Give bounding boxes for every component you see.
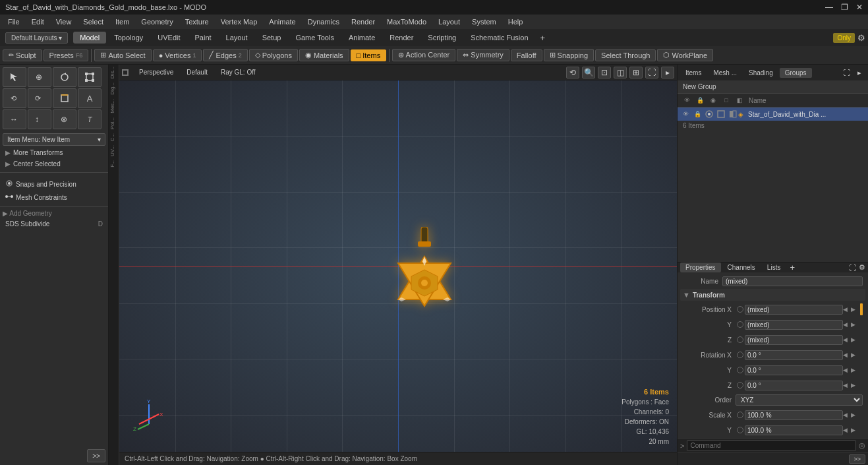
rot-z-radio[interactable] <box>737 382 743 388</box>
item-lock-btn[interactable]: 🔒 <box>692 109 703 119</box>
item-menu-btn[interactable]: Item Menu: New Item ▾ <box>3 133 105 146</box>
pos-z-radio[interactable] <box>737 336 743 343</box>
tab-render[interactable]: Render <box>383 32 420 44</box>
tool-rotate[interactable] <box>53 67 76 87</box>
rot-y-left-arrow[interactable]: ◀ <box>843 367 851 373</box>
scale-x-radio[interactable] <box>737 412 743 418</box>
scale-x-right-arrow[interactable]: ▶ <box>851 412 859 418</box>
vp-expand-btn[interactable]: ⛶ <box>645 67 658 78</box>
auto-select-btn[interactable]: ⊞ Auto Select <box>94 49 151 61</box>
items-tab-groups[interactable]: Groups <box>780 68 812 78</box>
menu-maxtomodo[interactable]: MaxToModo <box>382 16 432 27</box>
vp-fit-btn[interactable]: ⊡ <box>598 67 611 78</box>
vertices-btn[interactable]: ● Vertices 1 <box>153 49 202 61</box>
item-eye-btn[interactable]: 👁 <box>680 109 691 119</box>
pos-x-input[interactable] <box>745 305 843 315</box>
menu-texture[interactable]: Texture <box>180 16 214 27</box>
snaps-precision-btn[interactable]: Snaps and Precision <box>0 177 108 191</box>
item-row-star[interactable]: 👁 🔒 ◈ Star_of_David_with_Dia ... <box>678 108 868 121</box>
tab-paint[interactable]: Paint <box>188 32 218 44</box>
tab-model[interactable]: Model <box>73 32 106 44</box>
center-selected-btn[interactable]: ▶ Center Selected <box>0 158 108 170</box>
menu-edit[interactable]: Edit <box>26 16 49 27</box>
sculpt-btn[interactable]: ✏ Sculpt <box>3 49 42 61</box>
props-tab-properties[interactable]: Properties <box>680 263 721 272</box>
props-tab-channels[interactable]: Channels <box>722 263 761 272</box>
tab-animate[interactable]: Animate <box>342 32 382 44</box>
right-panel-arrows[interactable]: >> <box>849 454 865 464</box>
transform-section[interactable]: ▼ Transform <box>680 289 865 301</box>
tool-pen[interactable]: ⊗ <box>53 109 76 129</box>
items-tab-shading[interactable]: Shading <box>743 68 778 78</box>
vert-label-c[interactable]: C... <box>109 131 119 143</box>
rot-z-input[interactable] <box>745 381 843 390</box>
rot-x-right-arrow[interactable]: ▶ <box>851 352 859 358</box>
rot-x-input[interactable] <box>745 350 843 360</box>
action-center-btn[interactable]: ⊕ Action Center <box>392 49 455 61</box>
tool-scale[interactable] <box>78 67 101 87</box>
pos-y-right-arrow[interactable]: ▶ <box>851 321 859 328</box>
presets-btn[interactable]: Presets F6 <box>43 49 89 61</box>
item-geom-btn[interactable] <box>716 109 726 119</box>
vert-label-dis[interactable]: Dis... <box>109 65 119 80</box>
menu-layout[interactable]: Layout <box>433 16 465 27</box>
vp-shade-btn[interactable]: ◫ <box>614 67 627 78</box>
item-render-btn[interactable] <box>704 109 714 119</box>
falloff-btn[interactable]: Falloff <box>511 49 542 61</box>
vert-label-pol[interactable]: Pol... <box>109 115 119 131</box>
pos-x-right-arrow[interactable]: ▶ <box>851 306 859 313</box>
tool-mirror[interactable]: ⟳ <box>28 88 51 108</box>
pos-y-left-arrow[interactable]: ◀ <box>843 321 851 328</box>
vp-settings-btn[interactable]: ▸ <box>661 67 674 78</box>
rot-y-right-arrow[interactable]: ▶ <box>851 367 859 373</box>
scale-x-left-arrow[interactable]: ◀ <box>843 412 851 418</box>
items-expand-btn[interactable]: ⛶ <box>840 67 852 78</box>
add-layout-btn[interactable]: + <box>536 32 550 44</box>
rot-x-radio[interactable] <box>737 352 743 358</box>
items-tab-items[interactable]: Items <box>680 68 707 78</box>
cmd-icon[interactable]: ◎ <box>859 441 865 450</box>
polygons-btn[interactable]: ◇ Polygons <box>249 49 298 61</box>
pos-z-left-arrow[interactable]: ◀ <box>843 336 851 343</box>
items-tab-mesh[interactable]: Mesh ... <box>708 68 742 78</box>
only-badge[interactable]: Only <box>833 33 855 43</box>
vert-label-mes[interactable]: Mes... <box>109 97 119 115</box>
menu-item[interactable]: Item <box>110 16 134 27</box>
vp-perspective-tab[interactable]: Perspective <box>134 67 179 77</box>
items-btn[interactable]: □ Items <box>351 49 387 61</box>
cmd-input[interactable] <box>687 440 856 451</box>
rot-z-left-arrow[interactable]: ◀ <box>843 382 851 388</box>
menu-dynamics[interactable]: Dynamics <box>303 16 345 27</box>
pos-y-radio[interactable] <box>737 321 743 328</box>
menu-file[interactable]: File <box>3 16 25 27</box>
mesh-constraints-btn[interactable]: Mesh Constraints <box>0 191 108 204</box>
maximize-btn[interactable]: ❐ <box>841 3 848 12</box>
vp-lighting-tab[interactable]: Default <box>181 67 213 77</box>
pos-z-input[interactable] <box>745 335 843 345</box>
vert-label-dig[interactable]: Dig... <box>109 80 119 97</box>
tool-transform[interactable]: ⟲ <box>3 88 26 108</box>
minimize-btn[interactable]: — <box>825 3 833 12</box>
tab-topology[interactable]: Topology <box>107 32 150 44</box>
symmetry-btn[interactable]: ⇔ Symmetry <box>457 49 509 61</box>
items-popout-btn[interactable]: ▸ <box>854 67 865 78</box>
vp-raygl-tab[interactable]: Ray GL: Off <box>216 67 261 77</box>
props-expand-btn[interactable]: ⛶ <box>849 264 856 272</box>
menu-render[interactable]: Render <box>346 16 380 27</box>
vert-label-f[interactable]: F... <box>109 158 119 170</box>
tool-type[interactable]: T <box>78 109 101 129</box>
tool-select[interactable] <box>3 67 26 87</box>
scale-y-input[interactable] <box>745 425 843 435</box>
menu-help[interactable]: Help <box>503 16 529 27</box>
rot-y-input[interactable] <box>745 365 843 375</box>
vert-label-uv[interactable]: UV... <box>109 143 119 158</box>
tool-bevel[interactable] <box>53 88 76 108</box>
pos-x-radio[interactable] <box>737 306 743 313</box>
rot-z-right-arrow[interactable]: ▶ <box>851 382 859 388</box>
pos-z-right-arrow[interactable]: ▶ <box>851 336 859 343</box>
more-transforms-btn[interactable]: ▶ More Transforms <box>0 147 108 158</box>
tab-setup[interactable]: Setup <box>256 32 288 44</box>
vp-wire-btn[interactable]: ⊞ <box>629 67 643 78</box>
rot-y-radio[interactable] <box>737 367 743 373</box>
menu-animate[interactable]: Animate <box>264 16 301 27</box>
